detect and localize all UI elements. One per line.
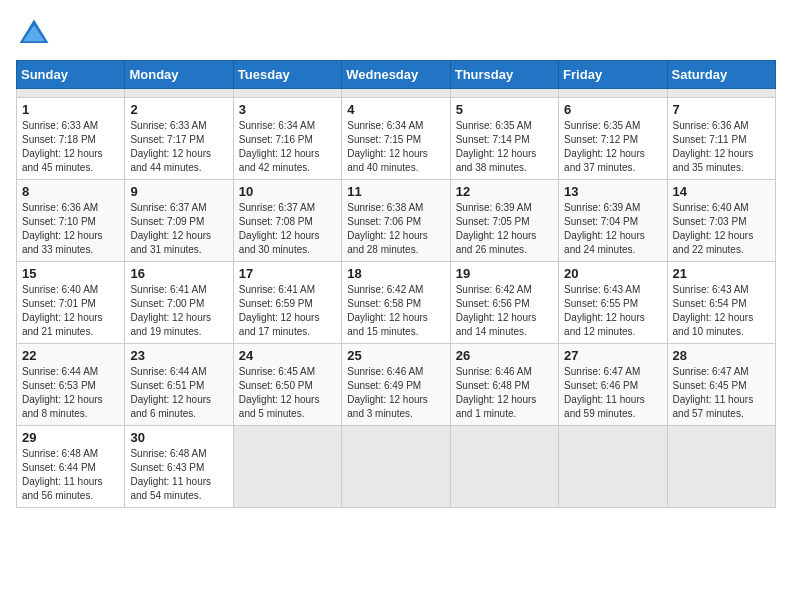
- day-number: 27: [564, 348, 661, 363]
- day-number: 11: [347, 184, 444, 199]
- day-info: Sunrise: 6:48 AMSunset: 6:43 PMDaylight:…: [130, 447, 227, 503]
- day-number: 26: [456, 348, 553, 363]
- day-number: 25: [347, 348, 444, 363]
- day-number: 7: [673, 102, 770, 117]
- day-number: 4: [347, 102, 444, 117]
- calendar-cell: 5Sunrise: 6:35 AMSunset: 7:14 PMDaylight…: [450, 98, 558, 180]
- day-info: Sunrise: 6:41 AMSunset: 6:59 PMDaylight:…: [239, 283, 336, 339]
- day-info: Sunrise: 6:40 AMSunset: 7:01 PMDaylight:…: [22, 283, 119, 339]
- calendar-header: SundayMondayTuesdayWednesdayThursdayFrid…: [17, 61, 776, 89]
- day-info: Sunrise: 6:36 AMSunset: 7:10 PMDaylight:…: [22, 201, 119, 257]
- day-info: Sunrise: 6:45 AMSunset: 6:50 PMDaylight:…: [239, 365, 336, 421]
- day-number: 28: [673, 348, 770, 363]
- calendar-cell: 22Sunrise: 6:44 AMSunset: 6:53 PMDayligh…: [17, 344, 125, 426]
- calendar-cell: [559, 89, 667, 98]
- day-number: 3: [239, 102, 336, 117]
- calendar-cell: 8Sunrise: 6:36 AMSunset: 7:10 PMDaylight…: [17, 180, 125, 262]
- day-number: 2: [130, 102, 227, 117]
- day-info: Sunrise: 6:46 AMSunset: 6:49 PMDaylight:…: [347, 365, 444, 421]
- day-info: Sunrise: 6:44 AMSunset: 6:53 PMDaylight:…: [22, 365, 119, 421]
- calendar-cell: [559, 426, 667, 508]
- calendar-cell: 27Sunrise: 6:47 AMSunset: 6:46 PMDayligh…: [559, 344, 667, 426]
- day-info: Sunrise: 6:43 AMSunset: 6:54 PMDaylight:…: [673, 283, 770, 339]
- day-info: Sunrise: 6:34 AMSunset: 7:16 PMDaylight:…: [239, 119, 336, 175]
- day-info: Sunrise: 6:40 AMSunset: 7:03 PMDaylight:…: [673, 201, 770, 257]
- day-number: 13: [564, 184, 661, 199]
- calendar-cell: 29Sunrise: 6:48 AMSunset: 6:44 PMDayligh…: [17, 426, 125, 508]
- header-cell-tuesday: Tuesday: [233, 61, 341, 89]
- day-number: 30: [130, 430, 227, 445]
- calendar-cell: 16Sunrise: 6:41 AMSunset: 7:00 PMDayligh…: [125, 262, 233, 344]
- day-info: Sunrise: 6:48 AMSunset: 6:44 PMDaylight:…: [22, 447, 119, 503]
- header-cell-thursday: Thursday: [450, 61, 558, 89]
- day-number: 6: [564, 102, 661, 117]
- day-info: Sunrise: 6:43 AMSunset: 6:55 PMDaylight:…: [564, 283, 661, 339]
- day-info: Sunrise: 6:33 AMSunset: 7:18 PMDaylight:…: [22, 119, 119, 175]
- week-row-2: 8Sunrise: 6:36 AMSunset: 7:10 PMDaylight…: [17, 180, 776, 262]
- day-info: Sunrise: 6:47 AMSunset: 6:45 PMDaylight:…: [673, 365, 770, 421]
- header-cell-wednesday: Wednesday: [342, 61, 450, 89]
- day-info: Sunrise: 6:35 AMSunset: 7:12 PMDaylight:…: [564, 119, 661, 175]
- calendar-cell: 23Sunrise: 6:44 AMSunset: 6:51 PMDayligh…: [125, 344, 233, 426]
- day-number: 23: [130, 348, 227, 363]
- week-row-4: 22Sunrise: 6:44 AMSunset: 6:53 PMDayligh…: [17, 344, 776, 426]
- calendar-cell: 14Sunrise: 6:40 AMSunset: 7:03 PMDayligh…: [667, 180, 775, 262]
- day-number: 24: [239, 348, 336, 363]
- day-number: 15: [22, 266, 119, 281]
- day-info: Sunrise: 6:41 AMSunset: 7:00 PMDaylight:…: [130, 283, 227, 339]
- calendar-cell: [233, 426, 341, 508]
- calendar-cell: 26Sunrise: 6:46 AMSunset: 6:48 PMDayligh…: [450, 344, 558, 426]
- calendar-cell: 19Sunrise: 6:42 AMSunset: 6:56 PMDayligh…: [450, 262, 558, 344]
- calendar-cell: 4Sunrise: 6:34 AMSunset: 7:15 PMDaylight…: [342, 98, 450, 180]
- calendar-cell: [125, 89, 233, 98]
- calendar-cell: [450, 89, 558, 98]
- logo-icon: [16, 16, 52, 52]
- day-number: 20: [564, 266, 661, 281]
- day-info: Sunrise: 6:37 AMSunset: 7:08 PMDaylight:…: [239, 201, 336, 257]
- week-row-0: [17, 89, 776, 98]
- calendar-cell: 17Sunrise: 6:41 AMSunset: 6:59 PMDayligh…: [233, 262, 341, 344]
- calendar-cell: 13Sunrise: 6:39 AMSunset: 7:04 PMDayligh…: [559, 180, 667, 262]
- day-info: Sunrise: 6:35 AMSunset: 7:14 PMDaylight:…: [456, 119, 553, 175]
- day-number: 17: [239, 266, 336, 281]
- header-cell-sunday: Sunday: [17, 61, 125, 89]
- day-number: 19: [456, 266, 553, 281]
- header-cell-monday: Monday: [125, 61, 233, 89]
- calendar-cell: 9Sunrise: 6:37 AMSunset: 7:09 PMDaylight…: [125, 180, 233, 262]
- day-info: Sunrise: 6:44 AMSunset: 6:51 PMDaylight:…: [130, 365, 227, 421]
- calendar-cell: [233, 89, 341, 98]
- calendar-cell: 18Sunrise: 6:42 AMSunset: 6:58 PMDayligh…: [342, 262, 450, 344]
- day-number: 21: [673, 266, 770, 281]
- week-row-1: 1Sunrise: 6:33 AMSunset: 7:18 PMDaylight…: [17, 98, 776, 180]
- calendar-cell: 15Sunrise: 6:40 AMSunset: 7:01 PMDayligh…: [17, 262, 125, 344]
- calendar-cell: [342, 426, 450, 508]
- calendar-cell: [17, 89, 125, 98]
- week-row-3: 15Sunrise: 6:40 AMSunset: 7:01 PMDayligh…: [17, 262, 776, 344]
- logo: [16, 16, 56, 52]
- day-info: Sunrise: 6:42 AMSunset: 6:56 PMDaylight:…: [456, 283, 553, 339]
- calendar-cell: 6Sunrise: 6:35 AMSunset: 7:12 PMDaylight…: [559, 98, 667, 180]
- page-header: [16, 16, 776, 52]
- calendar-table: SundayMondayTuesdayWednesdayThursdayFrid…: [16, 60, 776, 508]
- calendar-cell: 30Sunrise: 6:48 AMSunset: 6:43 PMDayligh…: [125, 426, 233, 508]
- day-number: 18: [347, 266, 444, 281]
- day-number: 1: [22, 102, 119, 117]
- day-info: Sunrise: 6:37 AMSunset: 7:09 PMDaylight:…: [130, 201, 227, 257]
- calendar-cell: 10Sunrise: 6:37 AMSunset: 7:08 PMDayligh…: [233, 180, 341, 262]
- calendar-cell: 24Sunrise: 6:45 AMSunset: 6:50 PMDayligh…: [233, 344, 341, 426]
- day-info: Sunrise: 6:33 AMSunset: 7:17 PMDaylight:…: [130, 119, 227, 175]
- calendar-cell: 21Sunrise: 6:43 AMSunset: 6:54 PMDayligh…: [667, 262, 775, 344]
- header-cell-saturday: Saturday: [667, 61, 775, 89]
- day-info: Sunrise: 6:47 AMSunset: 6:46 PMDaylight:…: [564, 365, 661, 421]
- calendar-cell: 2Sunrise: 6:33 AMSunset: 7:17 PMDaylight…: [125, 98, 233, 180]
- day-info: Sunrise: 6:46 AMSunset: 6:48 PMDaylight:…: [456, 365, 553, 421]
- day-number: 5: [456, 102, 553, 117]
- calendar-cell: 3Sunrise: 6:34 AMSunset: 7:16 PMDaylight…: [233, 98, 341, 180]
- calendar-cell: [450, 426, 558, 508]
- day-number: 10: [239, 184, 336, 199]
- calendar-cell: [342, 89, 450, 98]
- day-number: 29: [22, 430, 119, 445]
- day-info: Sunrise: 6:42 AMSunset: 6:58 PMDaylight:…: [347, 283, 444, 339]
- day-number: 12: [456, 184, 553, 199]
- day-info: Sunrise: 6:39 AMSunset: 7:04 PMDaylight:…: [564, 201, 661, 257]
